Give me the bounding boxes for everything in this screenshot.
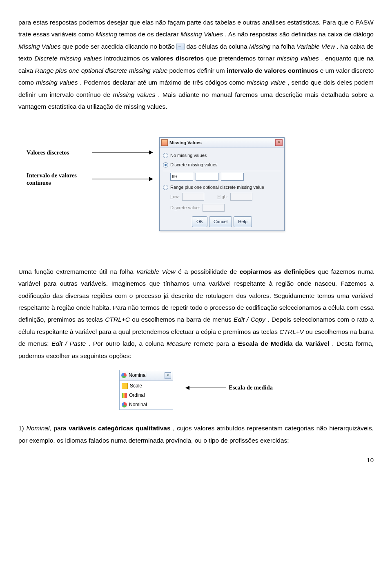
page-number: 10 [18, 454, 374, 466]
text: Uma função extremamente útil na folha [18, 268, 136, 275]
paragraph-3: 1) Nominal, para variáveis categóricas q… [18, 422, 374, 446]
radio-icon [163, 185, 168, 190]
nominal-icon [121, 373, 127, 378]
discrete-value-3-input[interactable] [221, 173, 244, 181]
svg-marker-5 [185, 386, 189, 390]
text-italic: Missing Values [18, 43, 61, 50]
text-bold: variáveis categóricas qualitativas [69, 425, 170, 432]
ordinal-icon [122, 393, 127, 398]
chevron-down-icon: ▾ [165, 372, 171, 379]
measure-option-ordinal[interactable]: Ordinal [120, 391, 173, 400]
svg-marker-3 [149, 177, 153, 181]
radio-discrete-missing[interactable]: Discrete missing values [163, 161, 281, 169]
svg-marker-1 [149, 150, 153, 154]
text-italic: CTRL+V [279, 328, 304, 335]
text-italic: missing value [247, 79, 285, 86]
text: das células da coluna [187, 43, 249, 50]
annotation-valores-discretos: Valores discretos [27, 149, 92, 156]
arrow-left-icon [185, 384, 226, 392]
text-bold: copiarmos as definições [240, 268, 315, 275]
text-italic: missing values [113, 91, 156, 98]
text-italic: missing values [277, 55, 319, 62]
text: que pode ser acedida clicando no botão [62, 43, 176, 50]
discrete-value-2-input[interactable] [196, 173, 218, 181]
dialog-titlebar: Missing Values × [160, 138, 284, 148]
text: temos de os declarar [119, 31, 180, 38]
arrow-right-icon [92, 175, 153, 183]
measure-option-nominal[interactable]: Nominal [120, 400, 173, 410]
radio-icon [163, 162, 168, 168]
dialog-app-icon [161, 139, 168, 146]
measure-dropdown[interactable]: Nominal ▾ Scale Ordinal Nominal [119, 370, 173, 410]
ok-button[interactable]: OK [192, 216, 207, 227]
high-input[interactable] [230, 193, 252, 201]
low-label: LLow:ow: [170, 192, 180, 201]
text-italic: CTRL+C [105, 316, 130, 323]
selected-text: Nominal [129, 371, 147, 380]
text: que fazemos numa variável para outras va… [18, 268, 374, 323]
text-bold: intervalo de valores continuos [227, 67, 318, 74]
text: ou escolhemos na barra de menus [132, 316, 234, 323]
text: . As não respostas são definidas na caix… [225, 31, 374, 38]
text-italic: Measure [167, 340, 191, 347]
option-label: Scale [130, 381, 142, 391]
ellipsis-button-icon [176, 43, 185, 50]
measure-options-list: Scale Ordinal Nominal [120, 381, 173, 410]
radio-label: No missing values [170, 151, 207, 160]
text: para [53, 425, 69, 432]
text-italic: Missing Values [180, 31, 223, 38]
text-italic: Variable View [136, 268, 175, 275]
divider [163, 171, 281, 171]
text: remete para a [194, 340, 238, 347]
text-italic: Missing [96, 31, 117, 38]
close-icon[interactable]: × [275, 139, 283, 146]
help-button[interactable]: Help [234, 216, 252, 227]
text-italic: Edit / Copy [234, 316, 265, 323]
radio-label: Discrete missing values [170, 161, 218, 169]
text: . Por outro lado, a coluna [89, 340, 167, 347]
text-bold: valores discretos [151, 55, 204, 62]
missing-values-dialog: Missing Values × No missing values Discr… [159, 137, 285, 231]
measure-dropdown-selected[interactable]: Nominal ▾ [120, 370, 173, 381]
text: que pretendemos tornar [206, 55, 277, 62]
scale-icon [122, 383, 128, 389]
text-italic: Nominal, [27, 425, 51, 432]
text-bold: Escala de Medida da Variável [238, 340, 330, 347]
text-italic: Variable View [296, 43, 335, 50]
radio-label: Range plus one optional discrete missing… [170, 183, 264, 192]
option-label: Nominal [129, 400, 147, 410]
radio-icon [163, 153, 168, 158]
text: é a possibilidade de [178, 268, 239, 275]
text-italic: Discrete missing values [34, 55, 102, 62]
paragraph-1: para estas respostas podemos desejar que… [18, 16, 374, 113]
annotation-intervalo: Intervalo de valores contínuos [27, 172, 92, 186]
text: introduzimos os [104, 55, 151, 62]
low-input[interactable] [182, 193, 204, 201]
text: 1) [18, 425, 27, 432]
text: podemos definir um [169, 67, 227, 74]
radio-range-missing[interactable]: Range plus one optional discrete missing… [163, 183, 281, 192]
text-italic: Range plus one optional discrete missing… [35, 67, 168, 74]
radio-no-missing[interactable]: No missing values [163, 151, 281, 160]
text-italic: Edit / Paste [51, 340, 86, 347]
arrow-right-icon [92, 149, 153, 156]
option-label: Ordinal [129, 391, 145, 400]
text-italic: missing values [36, 79, 78, 86]
text-italic: Missing [249, 43, 271, 50]
measure-option-scale[interactable]: Scale [120, 381, 173, 391]
high-label: High: [217, 192, 228, 201]
discrete-value-1-input[interactable]: 99 [170, 173, 193, 181]
text: . Podemos declarar até um máximo de três… [80, 79, 247, 86]
dialog-title: Missing Values [169, 139, 275, 147]
discrete-range-input[interactable] [203, 204, 225, 212]
annotation-escala-medida: Escala de medida [229, 382, 273, 394]
paragraph-2: Uma função extremamente útil na folha Va… [18, 266, 374, 362]
cancel-button[interactable]: Cancel [209, 216, 232, 227]
discrete-label: Discrete value: [170, 204, 200, 212]
text: na folha [272, 43, 296, 50]
nominal-icon [122, 402, 127, 407]
